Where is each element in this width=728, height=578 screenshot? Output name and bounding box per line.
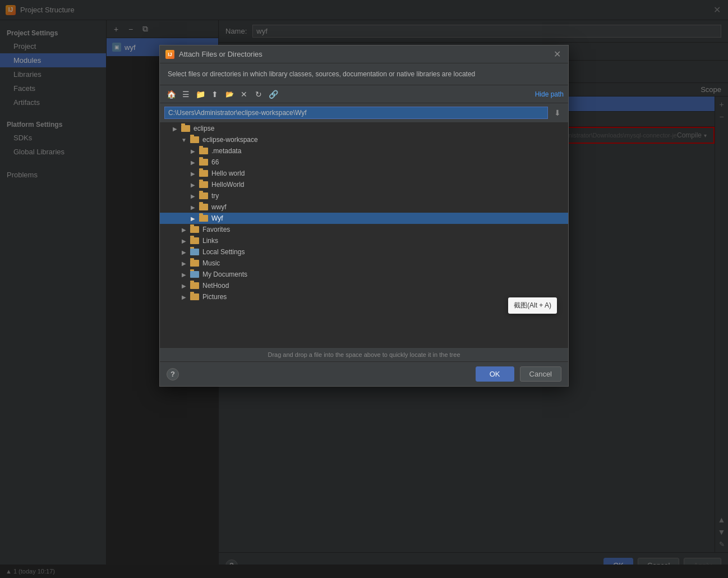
hide-path-link[interactable]: Hide path (535, 90, 564, 98)
toolbar-folder-up-button[interactable]: ⬆ (208, 88, 222, 101)
tree-arrow-66: ▶ (189, 158, 197, 166)
modal-drag-hint: Drag and drop a file into the space abov… (160, 347, 568, 361)
tree-arrow-helloworld: ▶ (189, 181, 197, 189)
tree-folder-icon-eclipse-workspace (190, 136, 199, 143)
tree-item-my-documents[interactable]: ▶ My Documents (160, 269, 568, 280)
tree-item-66[interactable]: ▶ 66 (160, 157, 568, 168)
tree-arrow-favorites: ▶ (180, 226, 188, 233)
tree-label-hello-world: Hello world (211, 169, 245, 177)
tree-arrow-metadata: ▶ (189, 147, 197, 155)
tree-arrow-eclipse: ▶ (171, 125, 179, 132)
modal-title: Attach Files or Directories (179, 50, 262, 58)
toolbar-link-button[interactable]: 🔗 (266, 88, 280, 101)
tree-label-pictures: Pictures (202, 293, 227, 301)
tree-label-wyf: Wyf (211, 214, 223, 222)
modal-toolbar: 🏠 ☰ 📁 ⬆ 📂 ✕ ↻ 🔗 Hide path (160, 85, 568, 103)
tree-label-my-documents: My Documents (202, 270, 247, 278)
tree-folder-icon-wyf (199, 215, 208, 222)
attach-files-modal: IJ Attach Files or Directories ✕ Select … (159, 45, 569, 387)
tree-item-nethood[interactable]: ▶ NetHood (160, 280, 568, 291)
tree-label-try: try (211, 192, 219, 200)
tree-label-music: Music (202, 259, 220, 267)
tree-arrow-music: ▶ (180, 259, 188, 267)
tree-folder-icon-helloworld (199, 181, 208, 188)
modal-path-input[interactable] (164, 107, 548, 119)
main-window: IJ Project Structure ✕ Project Settings … (0, 0, 728, 578)
tree-label-metadata: .metadata (211, 147, 241, 155)
tree-arrow-hello-world: ▶ (189, 169, 197, 177)
tree-label-eclipse: eclipse (193, 125, 214, 132)
tree-folder-icon-try (199, 192, 208, 199)
tree-label-wwyf: wwyf (211, 203, 227, 211)
tree-item-hello-world[interactable]: ▶ Hello world (160, 168, 568, 179)
tree-folder-icon-66 (199, 159, 208, 166)
tree-label-links: Links (202, 237, 218, 245)
modal-file-tree: ▶ eclipse ▼ eclipse-workspace ▶ .metadat… (160, 123, 568, 347)
tree-folder-icon-metadata (199, 148, 208, 154)
modal-cancel-button[interactable]: Cancel (520, 366, 561, 382)
tree-item-music[interactable]: ▶ Music (160, 258, 568, 269)
modal-path-row: ⬇ (160, 103, 568, 123)
toolbar-list-button[interactable]: ☰ (179, 88, 192, 101)
tree-folder-icon-nethood (190, 282, 199, 289)
tree-item-pictures[interactable]: ▶ Pictures (160, 291, 568, 302)
modal-title-bar: IJ Attach Files or Directories ✕ (160, 45, 568, 63)
tree-item-links[interactable]: ▶ Links (160, 235, 568, 246)
modal-close-button[interactable]: ✕ (551, 49, 563, 60)
toolbar-new-folder-button[interactable]: 📁 (193, 88, 207, 101)
tree-label-66: 66 (211, 158, 219, 166)
tree-arrow-links: ▶ (180, 237, 188, 245)
tree-folder-icon-hello-world (199, 170, 208, 177)
screenshot-tooltip: 截图(Alt + A) (508, 297, 557, 314)
toolbar-refresh-button[interactable]: ↻ (252, 88, 265, 101)
tree-item-wwyf[interactable]: ▶ wwyf (160, 201, 568, 213)
tree-folder-icon-music (190, 260, 199, 267)
toolbar-home-button[interactable]: 🏠 (164, 88, 178, 101)
tree-item-local-settings[interactable]: ▶ Local Settings (160, 246, 568, 258)
tree-label-favorites: Favorites (202, 226, 230, 233)
modal-overlay: IJ Attach Files or Directories ✕ Select … (0, 0, 728, 578)
tree-arrow-eclipse-workspace: ▼ (180, 136, 188, 144)
tree-item-try[interactable]: ▶ try (160, 190, 568, 201)
tree-folder-icon-wwyf (199, 204, 208, 210)
tree-label-local-settings: Local Settings (202, 248, 245, 256)
modal-description: Select files or directories in which lib… (160, 63, 568, 85)
modal-title-icon: IJ (165, 50, 174, 59)
tree-arrow-nethood: ▶ (180, 282, 188, 290)
modal-help-button[interactable]: ? (167, 368, 179, 380)
tree-folder-icon-my-documents (190, 271, 199, 278)
tree-item-eclipse-workspace[interactable]: ▼ eclipse-workspace (160, 134, 568, 145)
tree-folder-icon-favorites (190, 226, 199, 233)
tree-arrow-pictures: ▶ (180, 293, 188, 301)
tree-folder-icon-local-settings (190, 249, 199, 255)
tree-arrow-wyf: ▶ (189, 214, 197, 222)
tree-item-wyf[interactable]: ▶ Wyf (160, 213, 568, 224)
tree-label-eclipse-workspace: eclipse-workspace (202, 136, 258, 144)
tree-folder-icon-eclipse (181, 125, 190, 132)
toolbar-clear-button[interactable]: ✕ (237, 88, 251, 101)
modal-bottom: ? OK Cancel (160, 361, 568, 386)
tree-item-helloworld[interactable]: ▶ HelloWorld (160, 179, 568, 190)
tree-arrow-my-documents: ▶ (180, 270, 188, 278)
toolbar-folder-link-button[interactable]: 📂 (223, 88, 236, 101)
tree-arrow-wwyf: ▶ (189, 203, 197, 211)
tree-item-metadata[interactable]: ▶ .metadata (160, 145, 568, 157)
modal-ok-button[interactable]: OK (476, 366, 514, 382)
tree-folder-icon-links (190, 237, 199, 244)
modal-download-button[interactable]: ⬇ (551, 107, 564, 119)
tree-arrow-local-settings: ▶ (180, 248, 188, 256)
tree-arrow-try: ▶ (189, 192, 197, 200)
tree-folder-icon-pictures (190, 293, 199, 300)
tree-item-eclipse[interactable]: ▶ eclipse (160, 123, 568, 134)
tree-item-favorites[interactable]: ▶ Favorites (160, 224, 568, 235)
tree-label-nethood: NetHood (202, 282, 229, 290)
tree-label-helloworld: HelloWorld (211, 181, 244, 189)
